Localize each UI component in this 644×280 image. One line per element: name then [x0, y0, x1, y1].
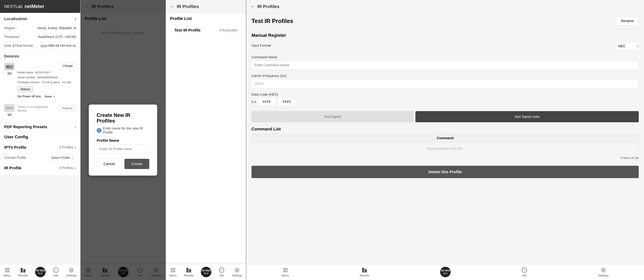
- device-1-firmware-value: 3-0-36 (Latest : 3-0-36): [42, 81, 71, 84]
- iptv-profile-row[interactable]: IPTV Profile 0 Profiles ›: [4, 142, 76, 152]
- info-icon-3: i: [219, 267, 224, 273]
- panel4-nav-sn-circle: SN 0023 IDLE: [440, 267, 451, 277]
- nav-info-label: Info: [54, 274, 58, 277]
- input-format-group: Input Format NEC RC5 RC6 RAW: [246, 40, 644, 53]
- modal-profile-name-label: Profile Name: [97, 139, 149, 143]
- select-placeholder: Select Profile: [51, 156, 70, 159]
- panel4-rename-btn[interactable]: Rename: [616, 17, 639, 25]
- device-1-model-value: NLPA-GN-C: [35, 71, 51, 74]
- nav-results[interactable]: Results: [18, 267, 28, 277]
- panel4-page-title: Test IR Profiles: [252, 18, 293, 24]
- add-signal-btn[interactable]: Add Signal code: [416, 111, 639, 122]
- carrier-freq-label: Carrier Frequency (Hz): [252, 74, 639, 78]
- device-2-label: 1G: [7, 113, 12, 117]
- device-2-register-btn[interactable]: Register: [59, 105, 76, 111]
- panel3-profile-name: Test IR Profile: [174, 28, 200, 32]
- device-1-icon: [6, 64, 14, 69]
- panel4-nav-info[interactable]: i Info: [522, 267, 527, 277]
- panel3-nav-info[interactable]: i Info: [219, 267, 224, 277]
- data-code-group: Data Code (HEX) 0 x: [246, 90, 644, 108]
- pdf-chevron: ›: [75, 125, 76, 129]
- action-buttons: Test Signal Add Signal code: [246, 109, 644, 124]
- panel4-nav-settings[interactable]: Settings: [598, 267, 608, 277]
- nav-info[interactable]: i Info: [53, 267, 59, 277]
- panel3-nav-menu[interactable]: Menu: [170, 267, 177, 277]
- modal-create-btn[interactable]: Create: [124, 159, 149, 169]
- command-table: Command No command in the list.: [252, 134, 639, 155]
- panel4-nav-results[interactable]: Results: [360, 267, 369, 277]
- svg-rect-23: [189, 269, 191, 273]
- select-chevron-down: ⌄: [71, 156, 74, 159]
- device-2-thumb-col: 1G: [4, 104, 15, 117]
- modal-cancel-btn[interactable]: Cancel: [97, 159, 122, 169]
- svg-rect-29: [283, 272, 288, 272]
- panel3-nav-center[interactable]: SN 0023 IDLE: [201, 267, 212, 278]
- nav-menu-label: Menu: [4, 274, 11, 277]
- nav-menu[interactable]: Menu: [4, 267, 11, 277]
- data-code-input-1[interactable]: [258, 98, 276, 106]
- panel-test-ir-profiles: ← IR Profiles Test IR Profiles Rename Ma…: [246, 0, 644, 280]
- info-icon: i: [53, 267, 59, 273]
- command-name-input[interactable]: [252, 61, 639, 70]
- svg-text:i: i: [221, 268, 222, 272]
- iptv-profile-name: IPTV Profile: [4, 145, 26, 149]
- region-label: Region :: [4, 25, 17, 31]
- current-profile-select[interactable]: Select Profile ⌄: [49, 154, 76, 161]
- device-2-row: 1G There is no registered device. Regist…: [4, 101, 76, 119]
- modal-profile-name-input[interactable]: [97, 144, 149, 153]
- device-1-row: 1G Change Model name NLPA-GN-C Serial nu…: [4, 61, 76, 101]
- panel4-nav-center[interactable]: SN 0023 IDLE: [440, 267, 451, 278]
- localisation-header[interactable]: Localisation ›: [0, 13, 80, 24]
- nav-center[interactable]: SN 0023 IDLE: [35, 267, 46, 278]
- svg-rect-6: [21, 268, 23, 273]
- test-signal-btn[interactable]: Test Signal: [252, 111, 413, 122]
- device-1-reboot-btn[interactable]: Reboot: [17, 86, 33, 92]
- panel-ir-profiles-list: ← IR Profiles Profile List Test IR Profi…: [166, 0, 246, 280]
- nav-results-label: Results: [18, 274, 28, 277]
- devices-header: Devices: [4, 53, 76, 61]
- device-1-power-row: Set Power off time None: [17, 94, 76, 99]
- menu-icon: [4, 267, 10, 273]
- input-format-select[interactable]: NEC RC5 RC6 RAW: [615, 42, 639, 50]
- modal-title: Create New IR Profiles: [97, 112, 149, 124]
- devices-section: Devices 1G Change: [0, 50, 80, 122]
- datetime-row: Date &Time format : yyyy-MM-dd HH:mm:ss: [0, 41, 80, 50]
- panel3-nav-settings-label: Settings: [232, 274, 242, 277]
- nav-sn: SN 0023: [36, 269, 45, 272]
- panel3-back-arrow[interactable]: ←: [170, 4, 175, 9]
- items-count: 0 items in list: [252, 155, 639, 161]
- nav-settings[interactable]: Settings: [66, 267, 77, 277]
- device-1-power-select[interactable]: None: [42, 94, 56, 99]
- panel-settings: NEXTLab netMeter Localisation › Region :…: [0, 0, 80, 280]
- delete-profile-btn[interactable]: Delete this Profile: [252, 166, 639, 178]
- panel4-back-arrow[interactable]: ←: [250, 4, 255, 9]
- menu-icon-4: [282, 267, 288, 273]
- app-header: NEXTLab netMeter: [0, 0, 80, 13]
- panel3-nav-results[interactable]: Results: [184, 267, 194, 277]
- region-row: Region : Seoul, Korea, Republic of: [0, 24, 80, 32]
- svg-rect-7: [23, 269, 26, 273]
- panel3-nav: ← IR Profiles: [166, 0, 246, 13]
- input-format-row: Input Format NEC RC5 RC6 RAW: [252, 42, 639, 50]
- panel3-content: Profile List Test IR Profile 0 Keycodes: [166, 13, 246, 262]
- data-code-input-2[interactable]: [278, 98, 296, 106]
- pdf-reporting-section[interactable]: PDF Reporting Presets ›: [0, 122, 80, 132]
- results-icon: [20, 267, 26, 273]
- localisation-title: Localisation: [4, 16, 27, 21]
- panel3-nav-results-label: Results: [184, 274, 194, 277]
- results-icon-3: [186, 267, 192, 273]
- ir-profile-row[interactable]: IR Profile 0 Profiles ›: [4, 163, 76, 173]
- command-name-group: Command Name: [246, 53, 644, 72]
- svg-rect-21: [170, 272, 175, 272]
- panel3-nav-settings[interactable]: Settings: [232, 267, 242, 277]
- panel3-nav-menu-label: Menu: [170, 274, 177, 277]
- timezone-label: Timezone :: [4, 34, 21, 40]
- ir-profile-count-group: 0 Profiles ›: [59, 166, 76, 170]
- device-1-change-btn[interactable]: Change: [59, 63, 76, 69]
- device-1-firmware-label: Firmware version: [17, 81, 40, 84]
- panel4-nav-menu[interactable]: Menu: [282, 267, 289, 277]
- device-1-firmware-row: Firmware version 3-0-36 (Latest : 3-0-36…: [17, 80, 76, 85]
- svg-rect-1: [6, 66, 9, 68]
- panel3-profile-item[interactable]: Test IR Profile 0 Keycodes: [170, 24, 242, 36]
- carrier-freq-input[interactable]: [252, 79, 639, 88]
